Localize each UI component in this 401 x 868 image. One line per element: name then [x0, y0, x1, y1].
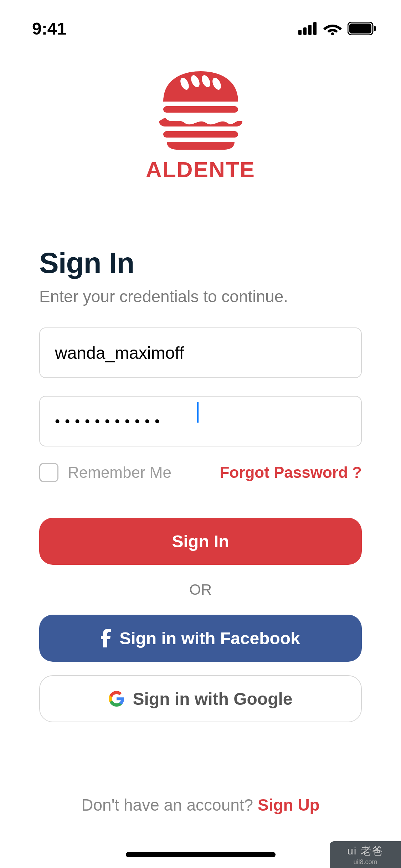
wifi-icon [323, 22, 342, 35]
battery-icon [348, 22, 376, 35]
watermark-title: ui 老爸 [347, 844, 384, 858]
facebook-signin-button[interactable]: Sign in with Facebook [39, 615, 362, 662]
password-input[interactable] [39, 396, 362, 446]
facebook-icon [101, 629, 111, 647]
facebook-button-label: Sign in with Facebook [119, 629, 300, 648]
remember-me-checkbox[interactable] [39, 463, 58, 482]
divider-text: OR [39, 581, 362, 598]
signin-button[interactable]: Sign In [39, 518, 362, 565]
remember-me-label: Remember Me [68, 464, 171, 481]
brand-name: ALDENTE [146, 157, 255, 182]
google-signin-button[interactable]: Sign in with Google [39, 675, 362, 722]
username-input[interactable] [39, 327, 362, 378]
svg-rect-3 [313, 22, 317, 35]
watermark: ui 老爸 uil8.com [330, 841, 401, 868]
signin-form: Sign In Enter your credentials to contin… [0, 246, 401, 722]
signin-button-label: Sign In [172, 532, 229, 551]
home-indicator[interactable] [126, 852, 276, 857]
footer-text: Don't have an account? [81, 796, 258, 814]
status-indicators [298, 22, 376, 35]
svg-point-4 [331, 32, 334, 35]
signup-link[interactable]: Sign Up [258, 796, 320, 814]
page-title: Sign In [39, 246, 362, 280]
status-bar: 9:41 [0, 0, 401, 43]
burger-icon [153, 68, 249, 150]
watermark-url: uil8.com [353, 858, 377, 866]
footer: Don't have an account? Sign Up [0, 795, 401, 815]
svg-rect-13 [163, 131, 238, 138]
forgot-password-link[interactable]: Forgot Password ? [220, 464, 362, 481]
svg-rect-6 [349, 24, 371, 33]
svg-rect-12 [163, 106, 238, 113]
svg-rect-7 [374, 26, 376, 31]
remember-me-group[interactable]: Remember Me [39, 463, 171, 482]
status-time: 9:41 [32, 19, 66, 38]
app-logo: ALDENTE [0, 68, 401, 182]
svg-rect-1 [303, 27, 307, 35]
svg-rect-0 [298, 30, 302, 35]
svg-rect-2 [308, 25, 312, 35]
google-icon [109, 691, 124, 707]
text-cursor [197, 402, 199, 423]
cellular-icon [298, 22, 318, 35]
google-button-label: Sign in with Google [133, 689, 293, 709]
page-subtitle: Enter your credentials to continue. [39, 287, 362, 306]
